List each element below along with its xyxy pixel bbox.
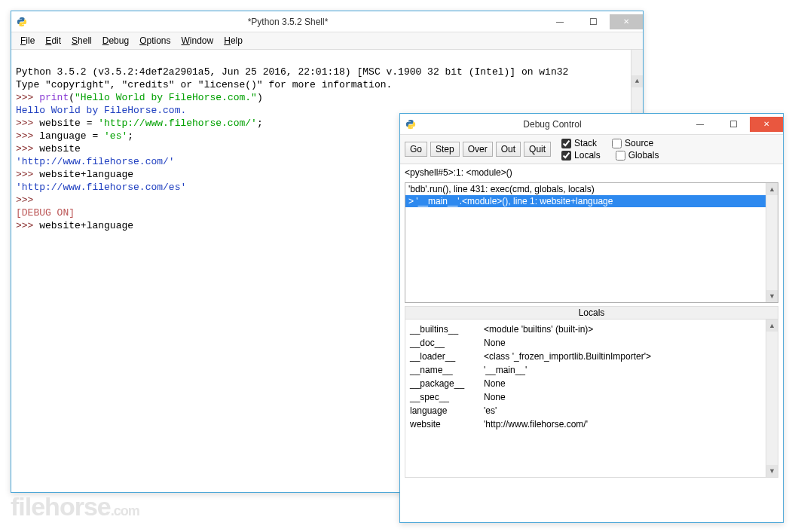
locals-value: <class '_frozen_importlib.BuiltinImporte… xyxy=(481,351,776,362)
locals-key: language xyxy=(407,405,475,416)
locals-scrollbar[interactable]: ▲ ▼ xyxy=(766,320,778,477)
locals-row: website'http://www.filehorse.com/' xyxy=(407,417,776,431)
globals-checkbox[interactable]: Globals xyxy=(616,150,659,161)
menu-help[interactable]: Help xyxy=(219,34,247,47)
string-literal: "Hello World by FileHorse.com." xyxy=(75,92,257,103)
prompt: >>> xyxy=(16,143,39,154)
locals-row: language'es' xyxy=(407,404,776,417)
maximize-button[interactable]: ☐ xyxy=(717,117,750,132)
out-button[interactable]: Out xyxy=(496,142,521,157)
locals-header: Locals xyxy=(405,306,778,320)
python-icon xyxy=(405,118,417,130)
stack-checkbox[interactable]: Stack xyxy=(561,138,597,148)
banner-line: Type "copyright", "credits" or "license(… xyxy=(16,79,392,90)
expr: website+language xyxy=(39,169,133,180)
debug-titlebar: Debug Control — ☐ ✕ xyxy=(400,114,783,135)
prompt: >>> xyxy=(16,118,39,129)
expr: website = xyxy=(39,118,98,129)
locals-value: None xyxy=(481,378,776,389)
expr: website+language xyxy=(39,220,133,231)
prompt: >>> xyxy=(16,169,39,180)
source-checkbox[interactable]: Source xyxy=(612,138,653,148)
paren: ) xyxy=(257,92,263,103)
menu-window[interactable]: Window xyxy=(177,34,219,47)
expr: website xyxy=(39,143,81,154)
locals-row: __doc__None xyxy=(407,336,776,350)
locals-row: __package__None xyxy=(407,377,776,390)
output-line: 'http://www.filehorse.com/' xyxy=(16,156,175,167)
locals-row: __loader__<class '_frozen_importlib.Buil… xyxy=(407,350,776,363)
scroll-up-icon[interactable]: ▲ xyxy=(631,75,643,87)
debug-on-marker: [DEBUG ON] xyxy=(16,207,75,219)
shell-menubar: File Edit Shell Debug Options Window Hel… xyxy=(11,32,643,50)
scroll-up-icon[interactable]: ▲ xyxy=(766,320,778,332)
python-icon xyxy=(16,16,28,28)
view-checkboxes: Stack Source Locals Globals xyxy=(561,138,659,161)
go-button[interactable]: Go xyxy=(405,142,427,157)
menu-shell[interactable]: Shell xyxy=(67,34,96,47)
close-button[interactable]: ✕ xyxy=(750,117,783,132)
locals-value: '__main__' xyxy=(481,365,776,375)
string-literal: 'es' xyxy=(104,130,127,142)
step-button[interactable]: Step xyxy=(430,142,460,157)
shell-titlebar: *Python 3.5.2 Shell* — ☐ ✕ xyxy=(11,11,643,32)
locals-value: 'es' xyxy=(481,405,776,416)
prompt: >>> xyxy=(16,194,39,206)
output-line: Hello World by FileHorse.com. xyxy=(16,105,186,116)
shell-title: *Python 3.5.2 Shell* xyxy=(32,17,543,27)
stack-list[interactable]: 'bdb'.run(), line 431: exec(cmd, globals… xyxy=(405,182,778,303)
expr: language = xyxy=(39,130,104,142)
locals-key: __spec__ xyxy=(407,392,475,402)
scroll-down-icon[interactable]: ▼ xyxy=(766,465,778,477)
locals-key: website xyxy=(407,419,475,430)
locals-value: 'http://www.filehorse.com/' xyxy=(481,419,776,430)
stack-scrollbar[interactable]: ▲ ▼ xyxy=(766,183,778,302)
over-button[interactable]: Over xyxy=(463,142,493,157)
menu-debug[interactable]: Debug xyxy=(98,34,133,47)
prompt: >>> xyxy=(16,92,39,103)
stack-frame[interactable]: 'bdb'.run(), line 431: exec(cmd, globals… xyxy=(405,183,778,195)
stack-frame-selected[interactable]: > '__main__'.<module>(), line 1: website… xyxy=(405,195,778,207)
debug-status: <pyshell#5>:1: <module>() xyxy=(400,164,783,181)
scroll-up-icon[interactable]: ▲ xyxy=(766,183,778,195)
shell-window-controls: — ☐ ✕ xyxy=(543,14,643,29)
watermark-logo: filehorse.com xyxy=(11,492,139,521)
debug-toolbar: Go Step Over Out Quit Stack Source Local… xyxy=(400,135,783,164)
paren: ( xyxy=(69,92,75,103)
banner-line: Python 3.5.2 (v3.5.2:4def2a2901a5, Jun 2… xyxy=(16,66,568,78)
debug-title: Debug Control xyxy=(421,119,683,130)
locals-key: __doc__ xyxy=(407,338,475,348)
menu-edit[interactable]: Edit xyxy=(41,34,66,47)
locals-row: __spec__None xyxy=(407,390,776,404)
scroll-down-icon[interactable]: ▼ xyxy=(766,290,778,302)
locals-panel: __builtins__<module 'builtins' (built-in… xyxy=(405,320,778,478)
watermark-brand: filehorse xyxy=(11,492,111,521)
locals-row: __name__'__main__' xyxy=(407,363,776,377)
close-button[interactable]: ✕ xyxy=(610,14,643,29)
debug-window-controls: — ☐ ✕ xyxy=(683,117,783,132)
menu-options[interactable]: Options xyxy=(135,34,175,47)
locals-key: __package__ xyxy=(407,378,475,389)
locals-key: __name__ xyxy=(407,365,475,375)
output-line: 'http://www.filehorse.com/es' xyxy=(16,182,186,193)
locals-key: __loader__ xyxy=(407,351,475,362)
semi: ; xyxy=(127,130,133,142)
minimize-button[interactable]: — xyxy=(543,14,576,29)
locals-value: None xyxy=(481,392,776,402)
debug-window: Debug Control — ☐ ✕ Go Step Over Out Qui… xyxy=(399,113,784,523)
watermark-suffix: .com xyxy=(111,503,139,518)
keyword-print: print xyxy=(39,92,69,103)
quit-button[interactable]: Quit xyxy=(524,142,551,157)
maximize-button[interactable]: ☐ xyxy=(576,14,610,29)
locals-checkbox[interactable]: Locals xyxy=(561,150,601,161)
locals-key: __builtins__ xyxy=(407,324,475,335)
locals-value: <module 'builtins' (built-in)> xyxy=(481,324,776,335)
locals-value: None xyxy=(481,338,776,348)
minimize-button[interactable]: — xyxy=(683,117,717,132)
menu-file[interactable]: File xyxy=(16,34,39,47)
locals-row: __builtins__<module 'builtins' (built-in… xyxy=(407,323,776,336)
semi: ; xyxy=(257,118,263,129)
prompt: >>> xyxy=(16,130,39,142)
prompt: >>> xyxy=(16,220,39,231)
string-literal: 'http://www.filehorse.com/' xyxy=(98,118,257,129)
